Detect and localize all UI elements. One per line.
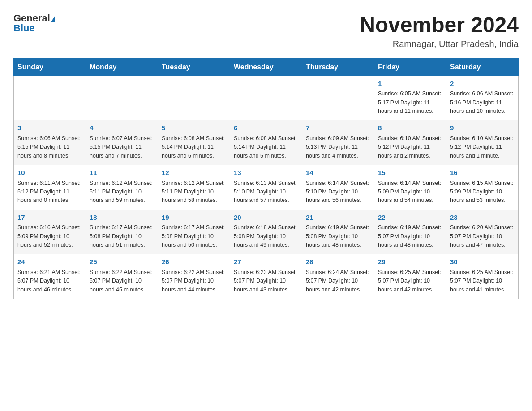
week-row-5: 24Sunrise: 6:21 AM Sunset: 5:07 PM Dayli… xyxy=(14,254,519,299)
day-info: Sunrise: 6:25 AM Sunset: 5:07 PM Dayligh… xyxy=(378,268,442,294)
calendar-cell xyxy=(302,76,374,120)
calendar-cell: 28Sunrise: 6:24 AM Sunset: 5:07 PM Dayli… xyxy=(302,254,374,299)
day-info: Sunrise: 6:13 AM Sunset: 5:10 PM Dayligh… xyxy=(234,179,298,205)
day-info: Sunrise: 6:14 AM Sunset: 5:09 PM Dayligh… xyxy=(378,179,442,205)
calendar-cell: 18Sunrise: 6:17 AM Sunset: 5:08 PM Dayli… xyxy=(86,210,158,254)
calendar-cell: 13Sunrise: 6:13 AM Sunset: 5:10 PM Dayli… xyxy=(230,165,302,210)
calendar-cell: 20Sunrise: 6:18 AM Sunset: 5:08 PM Dayli… xyxy=(230,210,302,254)
day-number: 3 xyxy=(17,123,82,133)
calendar-cell: 12Sunrise: 6:12 AM Sunset: 5:11 PM Dayli… xyxy=(158,165,230,210)
logo-blue-text: Blue xyxy=(13,22,35,34)
day-number: 18 xyxy=(90,213,154,223)
calendar-cell xyxy=(86,76,158,120)
logo-triangle-icon xyxy=(51,16,55,22)
day-number: 9 xyxy=(450,123,515,133)
day-info: Sunrise: 6:10 AM Sunset: 5:12 PM Dayligh… xyxy=(378,134,442,160)
col-thursday: Thursday xyxy=(302,58,374,76)
location-title: Ramnagar, Uttar Pradesh, India xyxy=(360,39,519,49)
day-number: 5 xyxy=(162,123,226,133)
day-number: 25 xyxy=(90,257,154,267)
day-info: Sunrise: 6:22 AM Sunset: 5:07 PM Dayligh… xyxy=(162,268,226,294)
calendar-cell: 26Sunrise: 6:22 AM Sunset: 5:07 PM Dayli… xyxy=(158,254,230,299)
calendar-cell: 15Sunrise: 6:14 AM Sunset: 5:09 PM Dayli… xyxy=(374,165,446,210)
day-info: Sunrise: 6:05 AM Sunset: 5:17 PM Dayligh… xyxy=(378,90,442,116)
day-info: Sunrise: 6:17 AM Sunset: 5:08 PM Dayligh… xyxy=(162,223,226,249)
day-number: 4 xyxy=(90,123,154,133)
calendar-cell: 1Sunrise: 6:05 AM Sunset: 5:17 PM Daylig… xyxy=(374,76,446,120)
calendar-cell: 30Sunrise: 6:25 AM Sunset: 5:07 PM Dayli… xyxy=(446,254,519,299)
calendar-cell: 10Sunrise: 6:11 AM Sunset: 5:12 PM Dayli… xyxy=(14,165,86,210)
day-number: 20 xyxy=(234,213,298,223)
day-number: 13 xyxy=(234,168,298,178)
calendar-cell: 17Sunrise: 6:16 AM Sunset: 5:09 PM Dayli… xyxy=(14,210,86,254)
day-info: Sunrise: 6:06 AM Sunset: 5:15 PM Dayligh… xyxy=(17,134,82,160)
day-info: Sunrise: 6:06 AM Sunset: 5:16 PM Dayligh… xyxy=(450,90,515,116)
day-info: Sunrise: 6:20 AM Sunset: 5:07 PM Dayligh… xyxy=(450,223,515,249)
calendar-cell: 23Sunrise: 6:20 AM Sunset: 5:07 PM Dayli… xyxy=(446,210,519,254)
day-info: Sunrise: 6:21 AM Sunset: 5:07 PM Dayligh… xyxy=(17,268,82,294)
calendar-cell: 2Sunrise: 6:06 AM Sunset: 5:16 PM Daylig… xyxy=(446,76,519,120)
calendar-cell: 25Sunrise: 6:22 AM Sunset: 5:07 PM Dayli… xyxy=(86,254,158,299)
day-info: Sunrise: 6:24 AM Sunset: 5:07 PM Dayligh… xyxy=(306,268,370,294)
header: General Blue November 2024 Ramnagar, Utt… xyxy=(13,13,519,49)
day-info: Sunrise: 6:07 AM Sunset: 5:15 PM Dayligh… xyxy=(90,134,154,160)
week-row-1: 1Sunrise: 6:05 AM Sunset: 5:17 PM Daylig… xyxy=(14,76,519,120)
day-number: 6 xyxy=(234,123,298,133)
day-number: 22 xyxy=(378,213,442,223)
day-number: 7 xyxy=(306,123,370,133)
day-number: 26 xyxy=(162,257,226,267)
calendar-cell: 29Sunrise: 6:25 AM Sunset: 5:07 PM Dayli… xyxy=(374,254,446,299)
day-number: 14 xyxy=(306,168,370,178)
day-info: Sunrise: 6:09 AM Sunset: 5:13 PM Dayligh… xyxy=(306,134,370,160)
day-info: Sunrise: 6:11 AM Sunset: 5:12 PM Dayligh… xyxy=(17,179,82,205)
calendar-cell: 14Sunrise: 6:14 AM Sunset: 5:10 PM Dayli… xyxy=(302,165,374,210)
day-number: 1 xyxy=(378,79,442,89)
day-info: Sunrise: 6:19 AM Sunset: 5:07 PM Dayligh… xyxy=(378,223,442,249)
day-info: Sunrise: 6:22 AM Sunset: 5:07 PM Dayligh… xyxy=(90,268,154,294)
calendar-header-row: Sunday Monday Tuesday Wednesday Thursday… xyxy=(14,58,519,76)
day-number: 19 xyxy=(162,213,226,223)
day-number: 28 xyxy=(306,257,370,267)
day-info: Sunrise: 6:18 AM Sunset: 5:08 PM Dayligh… xyxy=(234,223,298,249)
day-number: 30 xyxy=(450,257,515,267)
calendar-cell: 5Sunrise: 6:08 AM Sunset: 5:14 PM Daylig… xyxy=(158,120,230,165)
day-number: 23 xyxy=(450,213,515,223)
calendar-cell: 8Sunrise: 6:10 AM Sunset: 5:12 PM Daylig… xyxy=(374,120,446,165)
col-tuesday: Tuesday xyxy=(158,58,230,76)
day-info: Sunrise: 6:08 AM Sunset: 5:14 PM Dayligh… xyxy=(162,134,226,160)
day-info: Sunrise: 6:19 AM Sunset: 5:08 PM Dayligh… xyxy=(306,223,370,249)
calendar-cell: 16Sunrise: 6:15 AM Sunset: 5:09 PM Dayli… xyxy=(446,165,519,210)
day-info: Sunrise: 6:12 AM Sunset: 5:11 PM Dayligh… xyxy=(162,179,226,205)
calendar-cell xyxy=(14,76,86,120)
calendar-cell: 24Sunrise: 6:21 AM Sunset: 5:07 PM Dayli… xyxy=(14,254,86,299)
col-monday: Monday xyxy=(86,58,158,76)
calendar-table: Sunday Monday Tuesday Wednesday Thursday… xyxy=(13,58,519,299)
day-number: 29 xyxy=(378,257,442,267)
calendar-cell: 22Sunrise: 6:19 AM Sunset: 5:07 PM Dayli… xyxy=(374,210,446,254)
day-number: 8 xyxy=(378,123,442,133)
col-sunday: Sunday xyxy=(14,58,86,76)
day-info: Sunrise: 6:17 AM Sunset: 5:08 PM Dayligh… xyxy=(90,223,154,249)
day-number: 16 xyxy=(450,168,515,178)
calendar-cell: 7Sunrise: 6:09 AM Sunset: 5:13 PM Daylig… xyxy=(302,120,374,165)
calendar-cell: 19Sunrise: 6:17 AM Sunset: 5:08 PM Dayli… xyxy=(158,210,230,254)
day-number: 21 xyxy=(306,213,370,223)
day-number: 11 xyxy=(90,168,154,178)
logo: General Blue xyxy=(13,13,55,33)
day-info: Sunrise: 6:16 AM Sunset: 5:09 PM Dayligh… xyxy=(17,223,82,249)
calendar-cell: 3Sunrise: 6:06 AM Sunset: 5:15 PM Daylig… xyxy=(14,120,86,165)
day-info: Sunrise: 6:10 AM Sunset: 5:12 PM Dayligh… xyxy=(450,134,515,160)
day-info: Sunrise: 6:23 AM Sunset: 5:07 PM Dayligh… xyxy=(234,268,298,294)
day-info: Sunrise: 6:25 AM Sunset: 5:07 PM Dayligh… xyxy=(450,268,515,294)
calendar-cell: 9Sunrise: 6:10 AM Sunset: 5:12 PM Daylig… xyxy=(446,120,519,165)
col-saturday: Saturday xyxy=(446,58,519,76)
calendar-cell: 6Sunrise: 6:08 AM Sunset: 5:14 PM Daylig… xyxy=(230,120,302,165)
calendar-cell xyxy=(230,76,302,120)
col-friday: Friday xyxy=(374,58,446,76)
calendar-cell: 4Sunrise: 6:07 AM Sunset: 5:15 PM Daylig… xyxy=(86,120,158,165)
week-row-3: 10Sunrise: 6:11 AM Sunset: 5:12 PM Dayli… xyxy=(14,165,519,210)
col-wednesday: Wednesday xyxy=(230,58,302,76)
day-number: 15 xyxy=(378,168,442,178)
calendar-cell xyxy=(158,76,230,120)
day-info: Sunrise: 6:12 AM Sunset: 5:11 PM Dayligh… xyxy=(90,179,154,205)
